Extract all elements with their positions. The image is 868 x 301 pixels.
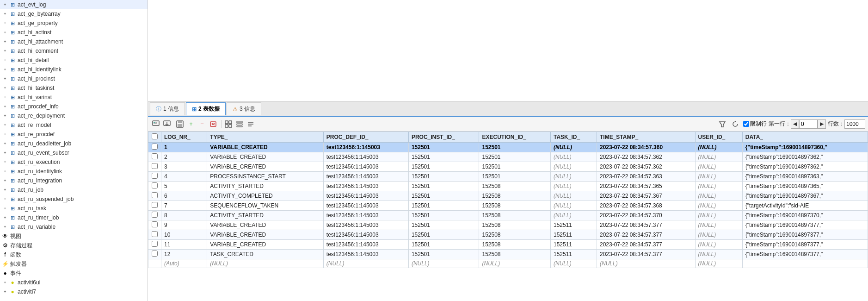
toolbar-text-btn[interactable] [246, 119, 256, 129]
row-checkbox[interactable] [152, 163, 158, 169]
row-checkbox[interactable] [152, 144, 158, 150]
toolbar-save-btn[interactable] [175, 119, 185, 129]
section-label: 事件 [10, 270, 21, 277]
sidebar-item-act_ge_property[interactable]: + ⊞ act_ge_property [0, 19, 148, 28]
sidebar-item-act_hi_actinst[interactable]: + ⊞ act_hi_actinst [0, 28, 148, 37]
sidebar-item-act_hi_varinst[interactable]: + ⊞ act_hi_varinst [0, 93, 148, 102]
sidebar-section-triggers[interactable]: ⚡ 触发器 [0, 259, 148, 269]
sidebar-item-act_ru_integration[interactable]: + ⊞ act_ru_integration [0, 176, 148, 185]
table-row[interactable]: 7SEQUENCEFLOW_TAKENtest123456:1:14500315… [148, 201, 868, 211]
col-header-PROC_DEF_ID_[interactable]: PROC_DEF_ID_ [323, 132, 408, 143]
cell-task_id_: 152511 [550, 240, 597, 250]
col-header-LOG_NR_[interactable]: LOG_NR_ [161, 132, 207, 143]
table-row[interactable]: 1VARIABLE_CREATEDtest123456:1:1450031525… [148, 143, 868, 152]
sidebar-item-act_ge_bytearray[interactable]: + ⊞ act_ge_bytearray [0, 9, 148, 19]
table-row[interactable]: 3VARIABLE_CREATEDtest123456:1:1450031525… [148, 162, 868, 172]
sidebar-item-act_ru_job[interactable]: + ⊞ act_ru_job [0, 185, 148, 194]
toolbar-grid-btn[interactable] [223, 119, 234, 129]
sidebar-item-act_hi_identitylink[interactable]: + ⊞ act_hi_identitylink [0, 65, 148, 74]
tab-info3[interactable]: ⚠3 信息 [227, 102, 261, 115]
cell-proc_def_id_: test123456:1:145003 [323, 182, 408, 191]
toolbar-delete-btn[interactable]: − [197, 119, 207, 129]
col-header-TASK_ID_[interactable]: TASK_ID_ [550, 132, 597, 143]
sidebar-item-act_re_deployment[interactable]: + ⊞ act_re_deployment [0, 111, 148, 120]
sidebar-section-views[interactable]: 👁 视图 [0, 232, 148, 241]
sidebar-item-act_ru_deadletter_job[interactable]: + ⊞ act_ru_deadletter_job [0, 139, 148, 148]
select-all-checkbox[interactable] [152, 133, 158, 139]
cell-type_: ACTIVITY_STARTED [207, 182, 323, 191]
cell-proc_inst_id_: 152501 [408, 191, 479, 201]
sidebar-item-act_hi_attachment[interactable]: + ⊞ act_hi_attachment [0, 37, 148, 46]
auto-cell: (NULL) [695, 259, 742, 268]
sidebar-item-act_re_procdef[interactable]: + ⊞ act_re_procdef [0, 130, 148, 139]
table-row[interactable]: 2VARIABLE_CREATEDtest123456:1:1450031525… [148, 152, 868, 162]
data-table: LOG_NR_TYPE_PROC_DEF_ID_PROC_INST_ID_EXE… [148, 132, 868, 268]
col-header-checkbox[interactable] [148, 132, 161, 143]
sidebar-section-functions[interactable]: f 函数 [0, 250, 148, 259]
table-icon: ⊞ [9, 11, 16, 17]
table-row[interactable]: 9VARIABLE_CREATEDtest123456:1:1450031525… [148, 220, 868, 230]
sidebar-item-act_hi_procinst[interactable]: + ⊞ act_hi_procinst [0, 74, 148, 83]
row-checkbox[interactable] [152, 231, 158, 237]
toolbar-clear-btn[interactable] [208, 119, 218, 129]
toolbar-import-btn[interactable] [162, 119, 172, 129]
row-checkbox[interactable] [152, 251, 158, 257]
sidebar-item-act_hi_detail[interactable]: + ⊞ act_hi_detail [0, 56, 148, 65]
sidebar-db-activiti6ui[interactable]: + ● activiti6ui [0, 278, 148, 287]
cell-type_: VARIABLE_CREATED [207, 230, 323, 240]
sidebar-section-stored_proc[interactable]: ⚙ 存储过程 [0, 241, 148, 250]
toolbar-export-btn[interactable] [151, 119, 161, 129]
sidebar-item-act_ru_variable[interactable]: + ⊞ act_ru_variable [0, 222, 148, 232]
table-row[interactable]: 8ACTIVITY_STARTEDtest123456:1:1450031525… [148, 211, 868, 220]
sidebar-item-act_hi_comment[interactable]: + ⊞ act_hi_comment [0, 46, 148, 56]
nav-prev-btn[interactable]: ◀ [791, 119, 799, 129]
col-header-EXECUTION_ID_[interactable]: EXECUTION_ID_ [479, 132, 551, 143]
sidebar-item-act_evt_log[interactable]: + ⊞ act_evt_log [0, 0, 148, 9]
nav-next-btn[interactable]: ▶ [818, 119, 826, 129]
row-checkbox[interactable] [152, 153, 158, 159]
col-header-DATA_[interactable]: DATA_ [742, 132, 868, 143]
sidebar-item-act_ru_suspended_job[interactable]: + ⊞ act_ru_suspended_job [0, 194, 148, 204]
row-checkbox[interactable] [152, 182, 158, 188]
table-row[interactable]: 4PROCESSINSTANCE_STARTtest123456:1:14500… [148, 172, 868, 182]
table-row[interactable]: 5ACTIVITY_STARTEDtest123456:1:1450031525… [148, 182, 868, 191]
col-header-TIME_STAMP_[interactable]: TIME_STAMP_ [597, 132, 695, 143]
sidebar-item-act_ru_task[interactable]: + ⊞ act_ru_task [0, 204, 148, 213]
tab-info1[interactable]: ⓘ1 信息 [150, 102, 185, 115]
table-icon: ⊞ [9, 103, 16, 110]
sidebar-item-act_re_model[interactable]: + ⊞ act_re_model [0, 120, 148, 130]
first-row-input[interactable] [799, 119, 818, 129]
col-header-TYPE_[interactable]: TYPE_ [207, 132, 323, 143]
sidebar-db-activiti7[interactable]: + ● activiti7 [0, 287, 148, 296]
toolbar-refresh-btn[interactable] [730, 119, 740, 129]
sidebar-item-act_hi_taskinst[interactable]: + ⊞ act_hi_taskinst [0, 83, 148, 93]
toolbar-add-btn[interactable]: + [186, 119, 196, 129]
tab-data[interactable]: ⊞2 表数据 [186, 102, 226, 115]
col-header-PROC_INST_ID_[interactable]: PROC_INST_ID_ [408, 132, 479, 143]
sidebar-item-act_ru_event_subscr[interactable]: + ⊞ act_ru_event_subscr [0, 148, 148, 157]
table-row[interactable]: 11VARIABLE_CREATEDtest123456:1:145003152… [148, 240, 868, 250]
sidebar-item-act_ru_identitylink[interactable]: + ⊞ act_ru_identitylink [0, 167, 148, 176]
sidebar-section-events[interactable]: ● 事件 [0, 269, 148, 278]
row-checkbox[interactable] [152, 221, 158, 227]
sidebar: + ⊞ act_evt_log + ⊞ act_ge_bytearray + ⊞… [0, 0, 148, 301]
toolbar-filter-btn[interactable] [717, 119, 727, 129]
row-checkbox[interactable] [152, 212, 158, 218]
sidebar-item-act_ru_timer_job[interactable]: + ⊞ act_ru_timer_job [0, 213, 148, 222]
row-count-input[interactable] [844, 119, 865, 129]
table-row[interactable]: 6ACTIVITY_COMPLETEDtest123456:1:14500315… [148, 191, 868, 201]
toolbar-form-btn[interactable] [234, 119, 245, 129]
sidebar-item-act_procdef_info[interactable]: + ⊞ act_procdef_info [0, 102, 148, 111]
table-row[interactable]: 10VARIABLE_CREATEDtest123456:1:145003152… [148, 230, 868, 240]
limit-row-checkbox[interactable] [743, 121, 749, 127]
row-checkbox[interactable] [152, 241, 158, 247]
col-header-USER_ID_[interactable]: USER_ID_ [695, 132, 742, 143]
table-row[interactable]: 12TASK_CREATEDtest123456:1:1450031525011… [148, 250, 868, 259]
row-checkbox[interactable] [152, 173, 158, 179]
row-checkbox[interactable] [152, 192, 158, 198]
cell-execution_id_: 152508 [479, 250, 551, 259]
auto-cell: (NULL) [207, 259, 323, 268]
table-icon: ⊞ [9, 140, 16, 147]
sidebar-item-act_ru_execution[interactable]: + ⊞ act_ru_execution [0, 157, 148, 167]
row-checkbox[interactable] [152, 202, 158, 208]
